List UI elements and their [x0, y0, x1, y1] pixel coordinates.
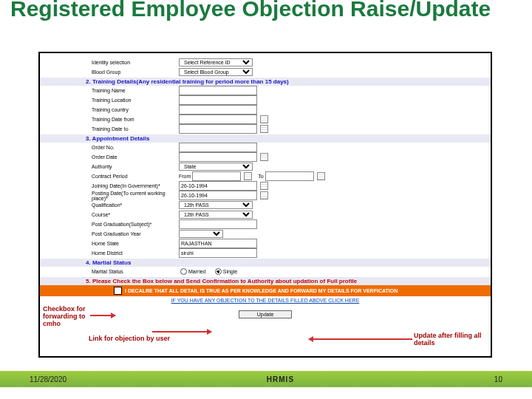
section-5-header: 5. Please Check the Box below and Send C…	[40, 277, 491, 285]
calendar-icon[interactable]	[244, 172, 252, 180]
training-to-input[interactable]	[179, 124, 257, 134]
pg-input[interactable]	[179, 219, 257, 229]
objection-link[interactable]: IF YOU HAVE ANY OBJECTION TO THE DETAILS…	[171, 298, 360, 303]
section-3-header: 3. Appointment Details	[40, 134, 491, 143]
arrow-icon	[152, 331, 211, 332]
pg-year-label: Post Graduation Year	[92, 231, 179, 236]
authority-label: Authority	[92, 164, 179, 169]
authority-select[interactable]: State	[179, 163, 253, 171]
training-country-label: Training country	[92, 107, 179, 112]
posting-input[interactable]	[179, 191, 257, 200]
order-no-label: Order No.	[92, 145, 179, 150]
blood-select[interactable]: Select Blood Group	[179, 68, 253, 76]
training-name-label: Training Name	[92, 88, 179, 93]
home-state-label: Home State	[92, 241, 179, 246]
annotation-update: Update after filling all details	[414, 332, 488, 347]
footer-date: 11/28/2020	[30, 375, 66, 383]
single-label: Single	[223, 269, 237, 274]
declare-bar: I DECALRE THAT ALL DETAIL IS TRUE AS PER…	[40, 285, 491, 296]
order-no-input[interactable]	[179, 143, 257, 152]
married-label: Married	[188, 269, 206, 274]
calendar-icon[interactable]	[260, 191, 268, 200]
annotation-link: Link for objection by user	[89, 335, 170, 343]
pg-label: Post Graduation(Subject)*	[92, 222, 179, 227]
pg-year-select[interactable]	[179, 230, 223, 238]
qual-select[interactable]: 12th PASS	[179, 201, 253, 209]
arrow-icon	[309, 338, 412, 340]
course-select[interactable]: 12th PASS	[179, 211, 253, 219]
training-to-label: Training Date to	[92, 126, 179, 132]
training-loc-label: Training Location	[92, 98, 179, 103]
calendar-icon[interactable]	[317, 172, 325, 180]
section-2-header: 2. Training Details(Any residential trai…	[40, 78, 491, 86]
form-screenshot: Identity selection Select Reference ID B…	[38, 52, 492, 358]
training-from-label: Training Date from	[92, 117, 179, 122]
declare-checkbox[interactable]	[114, 287, 122, 295]
course-label: Course*	[92, 212, 179, 217]
identity-label: Identity selection	[92, 60, 179, 65]
footer-page: 10	[494, 375, 502, 383]
annotation-checkbox: Checkbox for forwarding to cmho	[43, 306, 102, 328]
home-dist-input[interactable]	[179, 248, 257, 258]
footer-center: HRMIS	[267, 375, 294, 383]
training-name-input[interactable]	[179, 86, 257, 95]
section-4-header: 4. Martial Status	[40, 259, 491, 267]
marital-label: Marital Status	[92, 269, 179, 274]
married-radio[interactable]	[180, 268, 187, 275]
footer: 11/28/2020 HRMIS 10	[0, 371, 532, 387]
home-dist-label: Home District	[92, 250, 179, 256]
calendar-icon[interactable]	[260, 182, 268, 190]
order-date-input[interactable]	[179, 152, 257, 162]
contract-label: Contract Period	[92, 174, 179, 179]
calendar-icon[interactable]	[260, 153, 268, 161]
arrow-icon	[90, 315, 115, 316]
qual-label: Qualification*	[92, 202, 179, 208]
training-loc-input[interactable]	[179, 95, 257, 105]
declare-text: I DECALRE THAT ALL DETAIL IS TRUE AS PER…	[125, 288, 398, 293]
contract-from-input[interactable]	[192, 171, 241, 181]
calendar-icon[interactable]	[260, 115, 268, 123]
order-date-label: Order Date	[92, 154, 179, 160]
training-from-input[interactable]	[179, 115, 257, 124]
posting-label: Posting Date(To current working place)*	[92, 191, 179, 201]
blood-label: Blood Group	[92, 69, 179, 75]
joining-input[interactable]	[179, 181, 257, 191]
calendar-icon[interactable]	[260, 125, 268, 133]
to-label: To	[258, 174, 263, 179]
identity-select[interactable]: Select Reference ID	[179, 58, 253, 66]
page-title: Registered Employee Objection Raise/Upda…	[0, 0, 532, 21]
single-radio[interactable]	[215, 268, 222, 275]
contract-to-input[interactable]	[265, 171, 314, 181]
from-label: From	[179, 174, 191, 179]
update-button[interactable]: Update	[239, 310, 293, 318]
training-country-input[interactable]	[179, 105, 257, 115]
joining-label: Joining Date(In Government)*	[92, 183, 179, 188]
home-state-input[interactable]	[179, 239, 257, 248]
